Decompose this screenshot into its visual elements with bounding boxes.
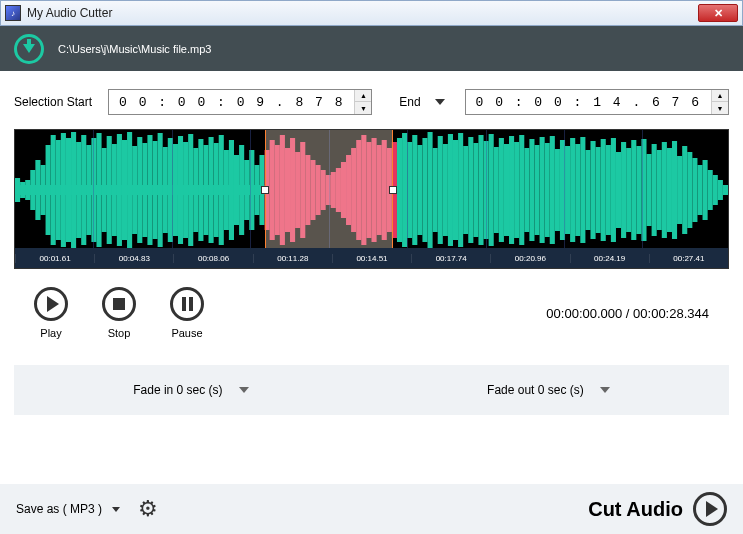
- stop-icon: [113, 298, 125, 310]
- tick: 00:08.06: [173, 254, 252, 263]
- selection-handle-start[interactable]: [261, 186, 269, 194]
- time-axis: 00:01.61 00:04.83 00:08.06 00:11.28 00:1…: [15, 248, 728, 268]
- svg-rect-19: [107, 136, 112, 244]
- pause-button[interactable]: Pause: [170, 287, 204, 339]
- svg-rect-132: [682, 146, 687, 234]
- svg-rect-85: [443, 144, 448, 236]
- stop-button[interactable]: Stop: [102, 287, 136, 339]
- svg-rect-5: [35, 160, 40, 220]
- svg-rect-6: [40, 165, 45, 215]
- end-time-spinner[interactable]: 0 0 : 0 0 : 1 4 . 6 7 6 ▲ ▼: [465, 89, 729, 115]
- svg-rect-48: [254, 165, 259, 215]
- play-icon: [47, 296, 59, 312]
- svg-rect-17: [96, 133, 101, 247]
- svg-rect-114: [590, 141, 595, 239]
- svg-rect-46: [244, 160, 249, 220]
- svg-rect-34: [183, 142, 188, 238]
- title-bar: ♪ My Audio Cutter ✕: [0, 0, 743, 26]
- tick: 00:24.19: [570, 254, 649, 263]
- svg-rect-7: [46, 145, 51, 235]
- svg-rect-29: [158, 133, 163, 247]
- start-down-button[interactable]: ▼: [355, 102, 371, 114]
- svg-rect-134: [692, 158, 697, 222]
- svg-rect-99: [514, 142, 519, 238]
- svg-rect-38: [203, 145, 208, 235]
- app-icon: ♪: [5, 5, 21, 21]
- play-button[interactable]: Play: [34, 287, 68, 339]
- svg-rect-39: [209, 137, 214, 243]
- tick: 00:11.28: [253, 254, 332, 263]
- svg-rect-137: [708, 170, 713, 210]
- svg-rect-98: [509, 136, 514, 244]
- end-up-button[interactable]: ▲: [712, 90, 728, 102]
- svg-rect-133: [687, 152, 692, 228]
- waveform-display[interactable]: 00:01.61 00:04.83 00:08.06 00:11.28 00:1…: [14, 129, 729, 269]
- svg-rect-27: [147, 135, 152, 245]
- svg-rect-3: [25, 180, 30, 200]
- svg-rect-23: [127, 132, 132, 248]
- svg-rect-106: [550, 136, 555, 244]
- tick: 00:17.74: [411, 254, 490, 263]
- svg-rect-76: [397, 138, 402, 242]
- svg-rect-86: [448, 134, 453, 246]
- svg-rect-35: [188, 134, 193, 246]
- svg-rect-89: [463, 146, 468, 234]
- svg-rect-10: [61, 133, 66, 247]
- end-down-button[interactable]: ▼: [712, 102, 728, 114]
- pause-icon: [182, 297, 193, 311]
- fade-in-dropdown[interactable]: Fade in 0 sec (s): [133, 383, 248, 397]
- cut-audio-button[interactable]: Cut Audio: [588, 492, 727, 526]
- selection-row: Selection Start 0 0 : 0 0 : 0 9 . 8 7 8 …: [14, 89, 729, 115]
- svg-rect-94: [489, 134, 494, 246]
- svg-rect-28: [153, 141, 158, 239]
- file-path: C:\Users\j\Music\Music file.mp3: [58, 43, 211, 55]
- selection-handle-end[interactable]: [389, 186, 397, 194]
- svg-rect-18: [102, 148, 107, 232]
- load-file-button[interactable]: [14, 34, 44, 64]
- svg-rect-9: [56, 140, 61, 240]
- svg-rect-118: [611, 138, 616, 242]
- start-up-button[interactable]: ▲: [355, 90, 371, 102]
- settings-button[interactable]: ⚙: [138, 496, 158, 522]
- save-as-dropdown[interactable]: Save as ( MP3 ): [16, 502, 120, 516]
- pause-label: Pause: [171, 327, 202, 339]
- time-display: 00:00:00.000 / 00:00:28.344: [546, 306, 709, 321]
- end-mode-dropdown[interactable]: [435, 99, 445, 105]
- svg-rect-117: [606, 145, 611, 235]
- svg-rect-111: [575, 144, 580, 236]
- svg-rect-83: [433, 148, 438, 232]
- svg-rect-105: [545, 143, 550, 237]
- gear-icon: ⚙: [138, 496, 158, 521]
- end-time-value: 0 0 : 0 0 : 1 4 . 6 7 6: [466, 95, 711, 110]
- close-button[interactable]: ✕: [698, 4, 738, 22]
- selection-region[interactable]: [265, 130, 393, 250]
- start-time-spinner[interactable]: 0 0 : 0 0 : 0 9 . 8 7 8 ▲ ▼: [108, 89, 372, 115]
- svg-rect-121: [626, 148, 631, 232]
- fade-out-dropdown[interactable]: Fade out 0 sec (s): [487, 383, 610, 397]
- tick: 00:04.83: [94, 254, 173, 263]
- playback-controls: Play Stop Pause 00:00:00.000 / 00:00:28.…: [14, 287, 729, 339]
- svg-rect-96: [499, 138, 504, 242]
- svg-rect-13: [76, 142, 81, 238]
- svg-rect-136: [703, 160, 708, 220]
- tick: 00:27.41: [649, 254, 728, 263]
- selection-end-label: End: [399, 95, 420, 109]
- svg-rect-90: [468, 137, 473, 243]
- svg-rect-36: [193, 148, 198, 232]
- chevron-down-icon: [239, 387, 249, 393]
- svg-rect-122: [631, 140, 636, 240]
- svg-rect-14: [81, 135, 86, 245]
- window-title: My Audio Cutter: [27, 6, 112, 20]
- svg-rect-40: [214, 143, 219, 237]
- svg-rect-119: [616, 152, 621, 228]
- svg-rect-97: [504, 144, 509, 236]
- svg-rect-139: [718, 180, 723, 200]
- svg-rect-102: [529, 139, 534, 241]
- svg-rect-128: [662, 142, 667, 238]
- svg-rect-20: [112, 144, 117, 236]
- svg-rect-88: [458, 133, 463, 247]
- svg-rect-120: [621, 142, 626, 238]
- svg-rect-45: [239, 145, 244, 235]
- svg-rect-44: [234, 155, 239, 225]
- tick: 00:20.96: [490, 254, 569, 263]
